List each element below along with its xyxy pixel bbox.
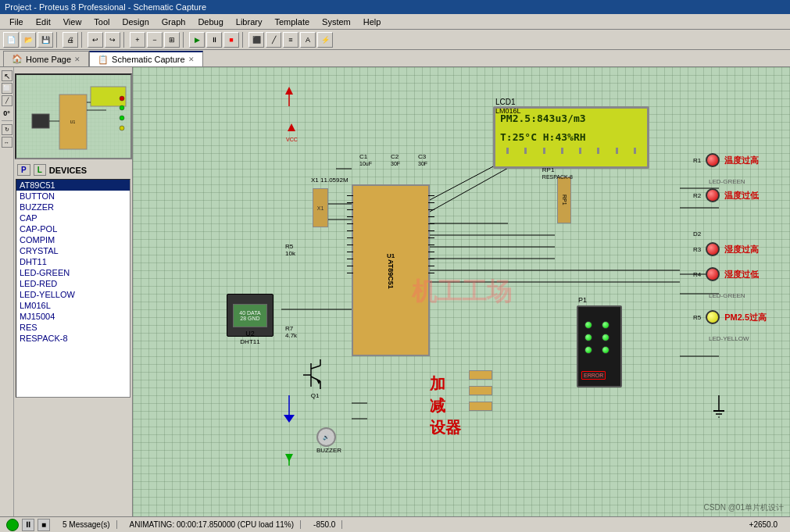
device-item-button[interactable]: BUTTON (16, 191, 130, 202)
open-btn[interactable]: 📂 (20, 32, 36, 48)
device-header: P L DEVICES (14, 162, 132, 177)
btn-comp-3 (469, 402, 492, 411)
zoom-out-btn[interactable]: − (147, 32, 163, 48)
device-item-cap[interactable]: CAP (16, 212, 130, 223)
device-item-compim[interactable]: COMPIM (16, 234, 130, 245)
device-list[interactable]: AT89C51 BUTTON BUZZER CAP CAP-POL COMPIM… (16, 179, 130, 398)
device-item-respack8[interactable]: RESPACK-8 (16, 333, 130, 344)
status-bar: ⏸ ■ 5 Message(s) ANIMATING: 00:00:17.850… (0, 516, 790, 532)
d1-row2: LED-GREEN (709, 178, 767, 185)
device-item-lm016l[interactable]: LM016L (16, 300, 130, 311)
menu-debug[interactable]: Debug (191, 16, 229, 28)
left-panel: ↖ ⬜ ╱ 0° ↻ ↔ (0, 67, 133, 516)
wires-svg (133, 67, 790, 516)
schematic-canvas: 机工工场 (133, 67, 790, 516)
save-btn[interactable]: 💾 (38, 32, 53, 48)
r3-label: R3 (693, 246, 701, 253)
d5-led (706, 310, 720, 324)
crystal-value: X1 11.0592M (311, 177, 349, 184)
devices-title: DEVICES (49, 166, 87, 175)
zoom-fit-btn[interactable]: ⊞ (164, 32, 180, 48)
coord1-status: -850.0 (307, 520, 342, 529)
menu-library[interactable]: Library (230, 16, 269, 28)
c1-label: C110uF (359, 153, 372, 167)
device-item-buzzer[interactable]: BUZZER (16, 202, 130, 212)
zoom-in-btn[interactable]: + (130, 32, 145, 48)
power-btn[interactable]: ⚡ (317, 32, 333, 48)
rotate-tool[interactable]: ↻ (2, 124, 13, 135)
component-tool[interactable]: ⬜ (2, 83, 13, 94)
label-btn[interactable]: A (300, 32, 316, 48)
tab-schematic-close[interactable]: ✕ (188, 55, 195, 63)
tab-schematic-label: Schematic Capture (112, 55, 185, 64)
thumbnail-svg: U1 (16, 75, 132, 159)
device-item-at89c51[interactable]: AT89C51 (16, 180, 130, 191)
schematic-area[interactable]: 机工工场 (133, 67, 790, 516)
device-item-led-red[interactable]: LED-RED (16, 278, 130, 289)
device-item-mj15004[interactable]: MJ15004 (16, 311, 130, 322)
menu-design[interactable]: Design (116, 16, 155, 28)
btn-label-jia: 加 (430, 373, 461, 395)
pause-btn[interactable]: ⏸ (206, 32, 222, 48)
device-item-led-green[interactable]: LED-GREEN (16, 267, 130, 278)
menu-template[interactable]: Template (268, 16, 316, 28)
tab-home-close[interactable]: ✕ (74, 55, 80, 63)
device-item-res[interactable]: RES (16, 322, 130, 333)
menu-tool[interactable]: Tool (88, 16, 116, 28)
pause-btn-status[interactable]: ⏸ (22, 519, 34, 531)
stop-btn[interactable]: ■ (223, 32, 239, 48)
thumbnail-view: U1 (15, 73, 132, 159)
device-item-dht11[interactable]: DHT11 (16, 256, 130, 267)
menu-file[interactable]: File (3, 16, 30, 28)
home-icon: 🏠 (12, 54, 23, 64)
play-btn-status[interactable] (6, 519, 19, 531)
svg-point-11 (120, 116, 124, 120)
flip-tool[interactable]: ↔ (2, 137, 13, 148)
power-arrow-top: VCC (288, 123, 298, 142)
humid-high-row: R3 湿度过高 (693, 242, 767, 256)
svg-marker-49 (288, 123, 295, 131)
l-button[interactable]: L (34, 164, 46, 176)
thumbnail-canvas: U1 (16, 75, 130, 158)
print-btn[interactable]: 🖨 (63, 32, 78, 48)
d1-row: R1 温度过高 (693, 153, 767, 167)
stop-btn-status[interactable]: ■ (38, 519, 50, 531)
p-button[interactable]: P (17, 164, 30, 176)
device-item-crystal[interactable]: CRYSTAL (16, 245, 130, 256)
menu-view[interactable]: View (57, 16, 88, 28)
new-btn[interactable]: 📄 (3, 32, 19, 48)
bus-btn[interactable]: ≡ (283, 32, 298, 48)
wire-tool[interactable]: ╱ (2, 95, 13, 106)
led-group-right: R1 温度过高 LED-GREEN R2 温度过低 D2 (693, 153, 767, 342)
component-btn[interactable]: ⬛ (248, 32, 264, 48)
main-area: ↖ ⬜ ╱ 0° ↻ ↔ (0, 67, 790, 516)
undo-btn[interactable]: ↩ (88, 32, 103, 48)
led-green-label1: LED-GREEN (709, 178, 745, 185)
run-btn[interactable]: ▶ (189, 32, 205, 48)
title-text: Project - Proteus 8 Professional - Schem… (5, 2, 206, 12)
dht11-screen: 40 DATA28 GND (233, 304, 267, 327)
tab-schematic[interactable]: 📋 Schematic Capture ✕ (89, 51, 203, 66)
redo-btn[interactable]: ↪ (105, 32, 120, 48)
dht11-label: U2 DHT11 (227, 330, 273, 345)
menu-help[interactable]: Help (357, 16, 388, 28)
wire-btn[interactable]: ╱ (266, 32, 281, 48)
coord2-status: +2650.0 (743, 520, 784, 529)
tab-home[interactable]: 🏠 Home Page ✕ (3, 51, 89, 66)
menu-graph[interactable]: Graph (155, 16, 192, 28)
title-bar: Project - Proteus 8 Professional - Schem… (0, 0, 790, 14)
device-item-cap-pol[interactable]: CAP-POL (16, 223, 130, 234)
led-green-label2: LED-GREEN (709, 292, 745, 299)
menu-edit[interactable]: Edit (30, 16, 57, 28)
device-item-led-yellow[interactable]: LED-YELLOW (16, 289, 130, 300)
r2-label: R2 (693, 192, 701, 199)
rp1-label: RP1RESPACK-8 (542, 166, 573, 180)
pointer-tool[interactable]: ↖ (2, 70, 13, 81)
led5-text: PM2.5过高 (724, 312, 767, 323)
schematic-icon: 📋 (98, 55, 109, 65)
btn-comp-1 (469, 370, 492, 380)
d2-led2 (706, 267, 720, 281)
separator (2, 120, 13, 121)
menu-system[interactable]: System (316, 16, 357, 28)
toolbar: 📄 📂 💾 🖨 ↩ ↪ + − ⊞ ▶ ⏸ ■ ⬛ ╱ ≡ A ⚡ (0, 30, 790, 50)
